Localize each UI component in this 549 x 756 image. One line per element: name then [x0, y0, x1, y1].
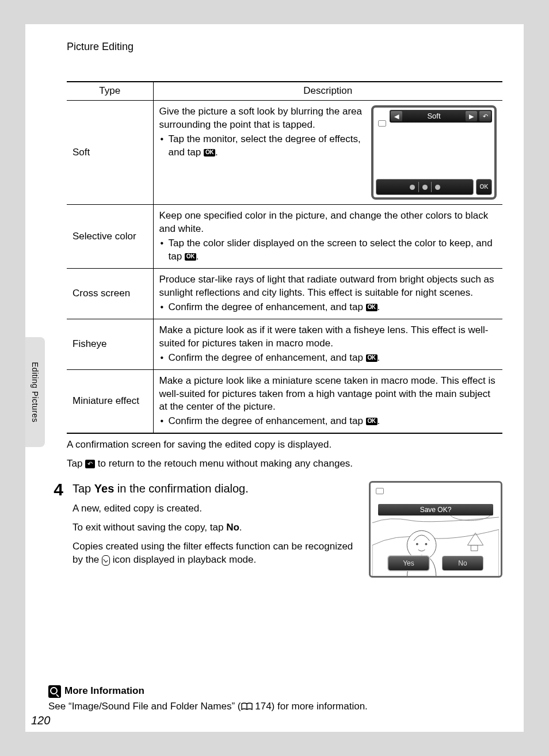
bullet-item: Tap the monitor, select the degree of ef…	[159, 133, 365, 159]
th-type: Type	[67, 82, 153, 100]
confirm-yes-button: Yes	[388, 556, 429, 571]
book-icon	[241, 702, 253, 711]
confirm-no-button: No	[442, 556, 483, 571]
confirm-preview-screen: Save OK? Yes No	[369, 481, 502, 578]
soft-preview-screen: ◀ Soft ▶ ↶ OK	[371, 105, 497, 200]
table-row: Cross screen Produce star-like rays of l…	[67, 268, 502, 319]
back-icon: ↶	[479, 111, 491, 121]
svg-point-2	[416, 543, 418, 545]
bullet-item: Tap the color slider displayed on the sc…	[159, 237, 497, 264]
cell-type: Selective color	[67, 205, 153, 269]
thumbnail-icon	[376, 488, 384, 494]
ok-icon: OK	[366, 304, 378, 311]
info-search-icon	[48, 685, 61, 698]
cell-type: Fisheye	[67, 319, 153, 369]
ok-icon: OK	[366, 418, 378, 425]
cell-desc: Produce star-like rays of light that rad…	[153, 268, 502, 319]
after-table-line2: Tap ↶ to return to the retouch menu with…	[67, 457, 502, 471]
bullet-item: Confirm the degree of enhancement, and t…	[159, 352, 497, 365]
cell-desc: Keep one specified color in the picture,…	[153, 205, 502, 269]
bullet-item: Confirm the degree of enhancement, and t…	[159, 415, 497, 428]
desc-text: Produce star-like rays of light that rad…	[159, 274, 494, 298]
desc-text: Give the picture a soft look by blurring…	[159, 106, 362, 130]
arrow-right-icon: ▶	[466, 111, 477, 121]
table-row: Selective color Keep one specified color…	[67, 205, 502, 269]
ok-icon: OK	[204, 149, 215, 156]
preview-title: Soft	[403, 111, 464, 121]
arrow-left-icon: ◀	[391, 111, 402, 121]
effect-slider	[376, 179, 474, 195]
step-title: Tap Yes in the confirmation dialog.	[73, 481, 355, 497]
cell-desc: Make a picture look as if it were taken …	[153, 319, 502, 369]
side-tab: Editing Pictures	[25, 337, 45, 447]
cell-desc: Make a picture look like a miniature sce…	[153, 369, 502, 433]
desc-text: Keep one specified color in the picture,…	[159, 210, 489, 234]
back-icon: ↶	[85, 460, 95, 468]
th-description: Description	[153, 82, 502, 100]
cell-desc: Give the picture a soft look by blurring…	[153, 101, 502, 205]
thumbnail-icon	[378, 120, 386, 127]
table-row: Miniature effect Make a picture look lik…	[67, 369, 502, 433]
side-tab-label: Editing Pictures	[30, 362, 41, 422]
filter-effect-icon	[102, 555, 110, 566]
after-table-line1: A confirmation screen for saving the edi…	[67, 438, 502, 452]
desc-text: Make a picture look like a miniature sce…	[159, 375, 495, 413]
step-text-2: To exit without saving the copy, tap No.	[73, 521, 355, 534]
table-row: Fisheye Make a picture look as if it wer…	[67, 319, 502, 369]
step-text-1: A new, edited copy is created.	[73, 502, 355, 516]
cell-type: Miniature effect	[67, 369, 153, 433]
step-text-3: Copies created using the filter effects …	[73, 540, 355, 567]
save-ok-banner: Save OK?	[378, 504, 493, 516]
page-body: Editing Pictures Picture Editing Type De…	[25, 24, 524, 732]
svg-point-3	[425, 543, 427, 545]
effects-table: Type Description Soft Give the picture a…	[67, 81, 502, 434]
cell-type: Cross screen	[67, 268, 153, 319]
more-information-section: More Information See “Image/Sound File a…	[48, 685, 502, 713]
ok-icon: OK	[366, 354, 378, 362]
bullet-item: Confirm the degree of enhancement, and t…	[159, 301, 497, 314]
preview-topbar: ◀ Soft ▶ ↶	[390, 110, 492, 123]
cell-type: Soft	[67, 101, 153, 205]
step-number: 4	[47, 481, 63, 498]
more-info-text: See “Image/Sound File and Folder Names” …	[48, 700, 502, 713]
page-header: Picture Editing	[67, 40, 502, 54]
step-4: 4 Tap Yes in the confirmation dialog. A …	[67, 481, 502, 578]
preview-ok-button: OK	[476, 179, 492, 195]
ok-icon: OK	[185, 253, 196, 261]
desc-text: Make a picture look as if it were taken …	[159, 324, 489, 349]
page-number: 120	[31, 713, 50, 728]
more-info-title: More Information	[64, 685, 144, 698]
table-row: Soft Give the picture a soft look by blu…	[67, 101, 502, 205]
